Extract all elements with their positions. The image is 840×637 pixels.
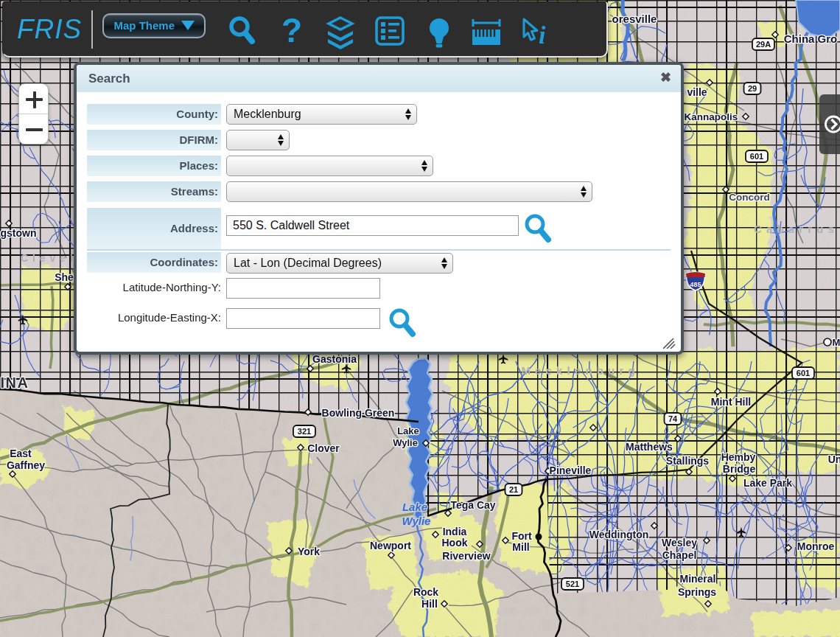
svg-text:INA: INA [1, 375, 29, 391]
svg-text:Monroe: Monroe [797, 540, 835, 552]
svg-text:Tega Cay: Tega Cay [450, 499, 495, 511]
svg-text:i: i [539, 21, 546, 49]
svg-text:Springs: Springs [678, 586, 716, 598]
svg-text:Matthews: Matthews [626, 441, 673, 453]
svg-text:Mineral: Mineral [679, 573, 715, 585]
svg-text:Rock: Rock [413, 586, 438, 598]
svg-text:29A: 29A [756, 40, 771, 49]
svg-text:29: 29 [748, 84, 757, 93]
svg-text:Hook: Hook [442, 537, 468, 549]
svg-text:Clover: Clover [307, 442, 340, 454]
svg-text:21: 21 [509, 485, 518, 494]
svg-text:Wylie: Wylie [393, 437, 418, 448]
svg-text:Riverview: Riverview [442, 550, 490, 562]
svg-text:Kannapolis: Kannapolis [685, 111, 738, 122]
svg-text:Wesley: Wesley [662, 537, 697, 549]
svg-text:oresville: oresville [612, 13, 657, 25]
svg-text:York: York [298, 546, 320, 557]
svg-text:Concord: Concord [729, 192, 770, 203]
svg-text:Fort: Fort [511, 530, 532, 542]
svg-text:M: M [833, 337, 840, 348]
svg-text:601: 601 [750, 152, 763, 161]
svg-text:Mill: Mill [512, 541, 529, 553]
svg-text:74: 74 [668, 414, 678, 423]
svg-text:485: 485 [690, 281, 701, 288]
svg-text:Pineville: Pineville [550, 464, 592, 476]
svg-text:C a b a r r u s: C a b a r r u s [754, 223, 835, 235]
svg-text:Bridge: Bridge [723, 463, 756, 475]
svg-text:Bowling Green: Bowling Green [322, 407, 395, 419]
svg-text:Mint Hill: Mint Hill [711, 396, 751, 408]
svg-text:Wylie: Wylie [402, 515, 431, 527]
svg-text:Hill: Hill [421, 598, 438, 610]
svg-text:India: India [443, 526, 467, 537]
svg-text:Newport: Newport [370, 540, 411, 551]
svg-text:Gaffney: Gaffney [7, 459, 45, 471]
svg-text:East: East [10, 448, 32, 459]
svg-text:Lake Park: Lake Park [743, 477, 792, 489]
svg-text:gstown: gstown [1, 227, 37, 239]
svg-text:China Gro: China Gro [784, 32, 838, 45]
svg-text:Un: Un [828, 453, 840, 465]
svg-text:321: 321 [298, 427, 311, 436]
svg-text:Stallings: Stallings [666, 455, 710, 467]
svg-text:Lake: Lake [402, 501, 427, 513]
svg-text:Lake: Lake [397, 425, 419, 436]
svg-text:Gastonia: Gastonia [312, 353, 357, 365]
svg-text:Chapel: Chapel [662, 549, 697, 561]
svg-text:ville: ville [687, 86, 707, 98]
svg-text:601: 601 [797, 369, 810, 377]
svg-text:Hemby: Hemby [721, 451, 756, 463]
svg-text:M e c k l e n b u r g: M e c k l e n b u r g [521, 364, 635, 377]
svg-text:521: 521 [566, 579, 579, 588]
svg-text:Weddington: Weddington [589, 529, 649, 540]
